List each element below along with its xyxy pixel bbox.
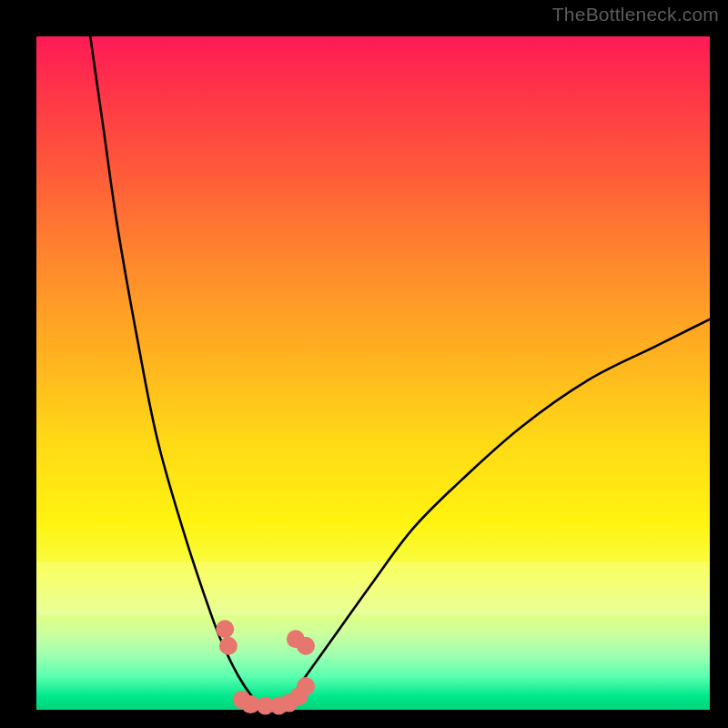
data-dot — [297, 637, 315, 655]
trough-dots — [216, 620, 315, 714]
plot-area — [36, 36, 710, 710]
data-dot — [297, 677, 315, 695]
data-dot — [219, 637, 238, 655]
bottleneck-curve — [36, 36, 710, 710]
chart-frame: TheBottleneck.com — [0, 0, 728, 728]
watermark-text: TheBottleneck.com — [552, 4, 719, 25]
curve-right-branch — [278, 319, 710, 710]
curve-left-branch — [90, 36, 265, 710]
data-dot — [216, 620, 234, 638]
